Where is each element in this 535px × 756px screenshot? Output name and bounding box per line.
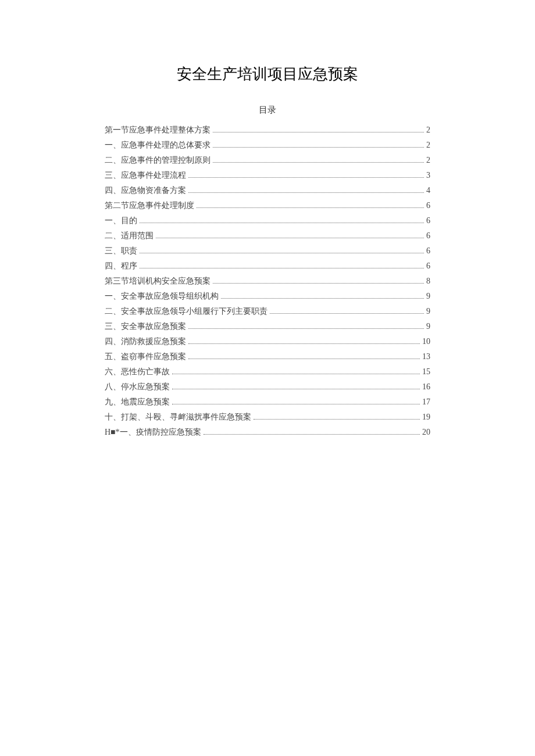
toc-item-page: 2 (426, 123, 430, 138)
toc-item-label: 九、地震应急预案 (105, 395, 170, 410)
toc-item-label: 五、盗窃事件应急预案 (105, 349, 186, 364)
toc-item: 十、打架、斗殴、寻衅滋扰事件应急预案19 (105, 410, 430, 425)
toc-item: 五、盗窃事件应急预案13 (105, 349, 430, 364)
toc-item: 二、安全事故应急领导小组履行下列主要职责9 (105, 304, 430, 319)
toc-item-dots (188, 187, 424, 193)
toc-item-label: 四、应急物资准备方案 (105, 183, 186, 198)
toc-item-page: 6 (426, 259, 430, 274)
toc-item-label: 八、停水应急预案 (105, 379, 170, 395)
toc-item-page: 9 (426, 304, 430, 319)
toc-item: 第三节培训机构安全应急预案8 (105, 274, 430, 289)
toc-item: 一、安全事故应急领导组织机构9 (105, 289, 430, 304)
toc-item-dots (172, 368, 420, 374)
toc-item-page: 9 (426, 289, 430, 304)
toc-item: 一、目的6 (105, 213, 430, 228)
toc-item: 八、停水应急预案16 (105, 379, 430, 395)
toc-item-label: 六、恶性伤亡事故 (105, 364, 170, 379)
toc-item-label: 三、职责 (105, 243, 137, 259)
toc-item-page: 3 (426, 168, 430, 183)
toc-item-label: H■*一、疫情防控应急预案 (105, 425, 201, 440)
toc-item: 四、消防救援应急预案10 (105, 334, 430, 349)
toc-item-page: 6 (426, 198, 430, 213)
toc-item-dots (156, 232, 424, 238)
toc-item-page: 16 (422, 379, 430, 395)
toc-item-page: 15 (422, 364, 430, 379)
toc-item-page: 2 (426, 153, 430, 168)
toc-item-dots (140, 217, 424, 223)
toc-item-dots (172, 398, 420, 404)
toc-item: 二、应急事件的管理控制原则2 (105, 153, 430, 168)
toc-item-dots (270, 307, 424, 314)
toc-item: 三、应急事件处理流程3 (105, 168, 430, 183)
toc-item-label: 三、安全事故应急预案 (105, 319, 186, 334)
toc-item-page: 17 (422, 395, 430, 410)
toc-item-dots (254, 413, 420, 420)
toc-item-page: 4 (426, 183, 430, 198)
toc-item-dots (213, 126, 424, 132)
toc-item-label: 三、应急事件处理流程 (105, 168, 186, 183)
toc-item: 四、程序6 (105, 259, 430, 274)
toc-item-label: 二、应急事件的管理控制原则 (105, 153, 211, 168)
toc-item-dots (213, 141, 424, 148)
toc-item: 一、应急事件处理的总体要求2 (105, 138, 430, 153)
toc-item-label: 一、安全事故应急领导组织机构 (105, 289, 219, 304)
toc-list: 第一节应急事件处理整体方案2一、应急事件处理的总体要求2二、应急事件的管理控制原… (105, 123, 430, 440)
toc-item-dots (172, 383, 420, 389)
toc-item-page: 6 (426, 228, 430, 243)
toc-item-page: 2 (426, 138, 430, 153)
toc-item-page: 8 (426, 274, 430, 289)
toc-item-dots (188, 353, 420, 359)
toc-item-label: 第一节应急事件处理整体方案 (105, 123, 211, 138)
toc-item-dots (188, 171, 424, 178)
toc-item: 二、适用范围6 (105, 228, 430, 243)
toc-item-dots (204, 428, 420, 435)
toc-item: 四、应急物资准备方案4 (105, 183, 430, 198)
toc-item: 三、安全事故应急预案9 (105, 319, 430, 334)
toc-item: 六、恶性伤亡事故15 (105, 364, 430, 379)
toc-item-label: 十、打架、斗殴、寻衅滋扰事件应急预案 (105, 410, 251, 425)
toc-item: H■*一、疫情防控应急预案20 (105, 425, 430, 440)
toc-item-label: 一、应急事件处理的总体要求 (105, 138, 211, 153)
toc-item-label: 四、消防救援应急预案 (105, 334, 186, 349)
toc-item-dots (197, 202, 424, 208)
toc-item-page: 10 (422, 334, 430, 349)
toc-item: 第二节应急事件处理制度6 (105, 198, 430, 213)
toc-item-dots (213, 156, 424, 163)
toc-item-dots (188, 323, 424, 329)
toc-item-label: 一、目的 (105, 213, 137, 228)
toc-item-page: 6 (426, 243, 430, 259)
toc-item-dots (221, 292, 424, 299)
toc-item-page: 13 (422, 349, 430, 364)
toc-item-page: 20 (422, 425, 430, 440)
toc-item-dots (213, 277, 424, 284)
toc-item-label: 第二节应急事件处理制度 (105, 198, 194, 213)
toc-item: 三、职责6 (105, 243, 430, 259)
toc-item-label: 四、程序 (105, 259, 137, 274)
page-title: 安全生产培训项目应急预案 (105, 64, 430, 84)
toc-item-dots (140, 247, 424, 253)
toc-item-page: 6 (426, 213, 430, 228)
toc-item-label: 第三节培训机构安全应急预案 (105, 274, 211, 289)
toc-item: 第一节应急事件处理整体方案2 (105, 123, 430, 138)
toc-item-label: 二、安全事故应急领导小组履行下列主要职责 (105, 304, 268, 319)
toc-item-dots (188, 338, 420, 344)
toc-item-page: 19 (422, 410, 430, 425)
toc-item-dots (140, 262, 424, 268)
toc-item-label: 二、适用范围 (105, 228, 154, 243)
toc-heading: 目录 (105, 105, 430, 116)
toc-item: 九、地震应急预案17 (105, 395, 430, 410)
toc-item-page: 9 (426, 319, 430, 334)
